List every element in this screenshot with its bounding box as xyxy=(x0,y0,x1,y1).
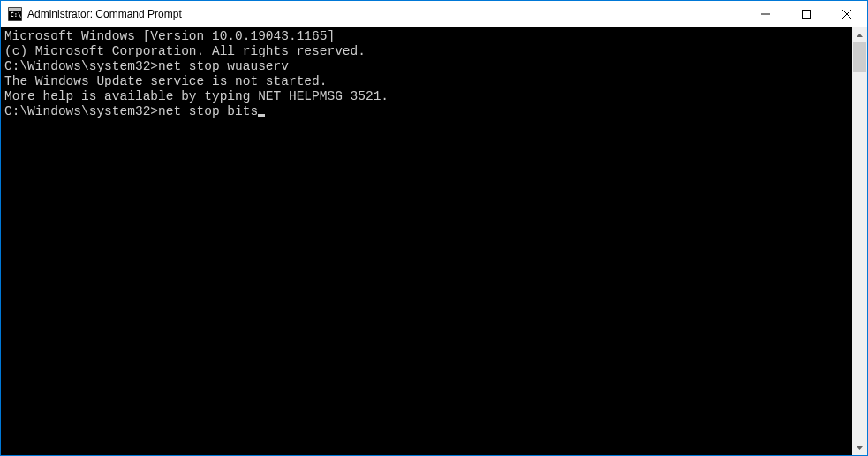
console-line: C:\Windows\system32>net stop bits xyxy=(4,104,849,119)
scroll-down-button[interactable] xyxy=(852,440,867,455)
svg-text:C:\: C:\ xyxy=(11,11,22,19)
command-text: net stop bits xyxy=(158,104,258,118)
cmd-icon: C:\ xyxy=(8,7,22,21)
console-line: The Windows Update service is not starte… xyxy=(4,74,849,89)
close-icon xyxy=(842,10,851,19)
command-prompt-window: C:\ Administrator: Command Prompt xyxy=(0,0,868,456)
scroll-thumb[interactable] xyxy=(853,42,866,72)
cursor xyxy=(258,114,265,117)
titlebar[interactable]: C:\ Administrator: Command Prompt xyxy=(1,1,867,27)
vertical-scrollbar[interactable] xyxy=(852,27,867,455)
maximize-icon xyxy=(802,10,811,19)
close-button[interactable] xyxy=(826,1,867,27)
chevron-up-icon xyxy=(857,34,863,37)
console-line: Microsoft Windows [Version 10.0.19043.11… xyxy=(4,29,849,44)
prompt-text: C:\Windows\system32> xyxy=(4,104,158,118)
minimize-button[interactable] xyxy=(745,1,786,27)
svg-rect-1 xyxy=(9,8,21,11)
svg-rect-4 xyxy=(803,11,811,19)
prompt-text: C:\Windows\system32> xyxy=(4,59,158,73)
console-line: (c) Microsoft Corporation. All rights re… xyxy=(4,44,849,59)
window-title: Administrator: Command Prompt xyxy=(27,8,745,20)
command-text: net stop wuauserv xyxy=(158,59,289,73)
console-content[interactable]: Microsoft Windows [Version 10.0.19043.11… xyxy=(1,27,852,455)
console-line: More help is available by typing NET HEL… xyxy=(4,89,849,104)
chevron-down-icon xyxy=(857,446,863,450)
window-controls xyxy=(745,1,867,27)
minimize-icon xyxy=(761,10,770,19)
scroll-up-button[interactable] xyxy=(852,27,867,42)
console-area: Microsoft Windows [Version 10.0.19043.11… xyxy=(1,27,867,455)
console-line: C:\Windows\system32>net stop wuauserv xyxy=(4,59,849,74)
svg-marker-8 xyxy=(857,446,863,450)
maximize-button[interactable] xyxy=(786,1,826,27)
svg-marker-7 xyxy=(857,34,863,37)
